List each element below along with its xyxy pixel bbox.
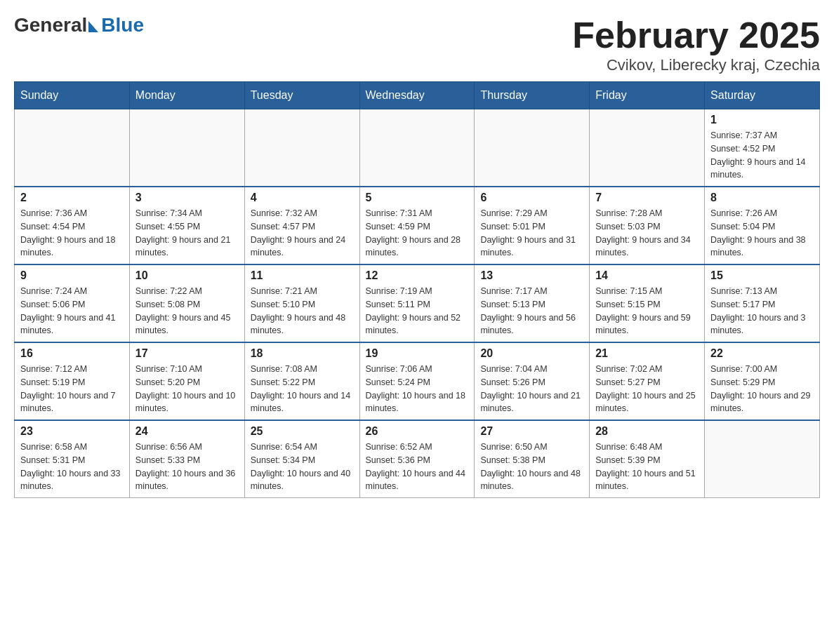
calendar-cell <box>129 109 244 187</box>
day-info: Sunrise: 6:50 AMSunset: 5:38 PMDaylight:… <box>480 441 583 493</box>
logo-triangle-icon <box>88 21 98 32</box>
calendar-cell: 10Sunrise: 7:22 AMSunset: 5:08 PMDayligh… <box>129 264 244 342</box>
weekday-header-sunday: Sunday <box>15 82 130 109</box>
day-info: Sunrise: 7:02 AMSunset: 5:27 PMDaylight:… <box>595 363 699 415</box>
calendar-cell <box>359 109 475 187</box>
day-info: Sunrise: 7:06 AMSunset: 5:24 PMDaylight:… <box>366 363 469 415</box>
day-info: Sunrise: 7:08 AMSunset: 5:22 PMDaylight:… <box>251 363 354 415</box>
calendar-cell: 22Sunrise: 7:00 AMSunset: 5:29 PMDayligh… <box>705 342 820 420</box>
day-info: Sunrise: 7:24 AMSunset: 5:06 PMDaylight:… <box>20 285 124 337</box>
day-number: 23 <box>20 425 124 438</box>
calendar-cell: 9Sunrise: 7:24 AMSunset: 5:06 PMDaylight… <box>15 264 130 342</box>
weekday-header-wednesday: Wednesday <box>359 82 475 109</box>
weekday-header-thursday: Thursday <box>475 82 590 109</box>
calendar-cell: 11Sunrise: 7:21 AMSunset: 5:10 PMDayligh… <box>244 264 359 342</box>
day-info: Sunrise: 7:22 AMSunset: 5:08 PMDaylight:… <box>135 285 239 337</box>
day-info: Sunrise: 7:31 AMSunset: 4:59 PMDaylight:… <box>366 207 469 260</box>
day-info: Sunrise: 6:58 AMSunset: 5:31 PMDaylight:… <box>20 441 124 493</box>
calendar-cell: 14Sunrise: 7:15 AMSunset: 5:15 PMDayligh… <box>590 264 705 342</box>
calendar-cell <box>244 109 359 187</box>
week-row-1: 1Sunrise: 7:37 AMSunset: 4:52 PMDaylight… <box>15 109 820 187</box>
day-info: Sunrise: 6:48 AMSunset: 5:39 PMDaylight:… <box>595 441 699 493</box>
calendar-cell: 13Sunrise: 7:17 AMSunset: 5:13 PMDayligh… <box>475 264 590 342</box>
day-info: Sunrise: 7:19 AMSunset: 5:11 PMDaylight:… <box>366 285 469 337</box>
calendar-cell: 3Sunrise: 7:34 AMSunset: 4:55 PMDaylight… <box>129 187 244 264</box>
day-info: Sunrise: 7:12 AMSunset: 5:19 PMDaylight:… <box>20 363 124 415</box>
calendar-cell: 26Sunrise: 6:52 AMSunset: 5:36 PMDayligh… <box>359 420 475 498</box>
weekday-header-saturday: Saturday <box>705 82 820 109</box>
day-number: 25 <box>251 425 354 438</box>
week-row-3: 9Sunrise: 7:24 AMSunset: 5:06 PMDaylight… <box>15 264 820 342</box>
logo-blue-text: Blue <box>101 14 144 36</box>
day-info: Sunrise: 7:00 AMSunset: 5:29 PMDaylight:… <box>710 363 814 415</box>
calendar-cell <box>705 420 820 498</box>
day-number: 22 <box>710 347 814 360</box>
day-info: Sunrise: 7:29 AMSunset: 5:01 PMDaylight:… <box>480 207 583 260</box>
day-number: 4 <box>251 192 354 204</box>
week-row-5: 23Sunrise: 6:58 AMSunset: 5:31 PMDayligh… <box>15 420 820 498</box>
weekday-header-friday: Friday <box>590 82 705 109</box>
weekday-header-monday: Monday <box>129 82 244 109</box>
title-area: February 2025 Cvikov, Liberecky kraj, Cz… <box>572 14 820 74</box>
day-info: Sunrise: 7:21 AMSunset: 5:10 PMDaylight:… <box>251 285 354 337</box>
day-number: 26 <box>366 425 469 438</box>
calendar-cell: 1Sunrise: 7:37 AMSunset: 4:52 PMDaylight… <box>705 109 820 187</box>
day-number: 13 <box>480 269 583 282</box>
calendar-cell: 4Sunrise: 7:32 AMSunset: 4:57 PMDaylight… <box>244 187 359 264</box>
month-title: February 2025 <box>572 14 820 56</box>
day-number: 12 <box>366 269 469 282</box>
day-info: Sunrise: 7:15 AMSunset: 5:15 PMDaylight:… <box>595 285 699 337</box>
calendar-cell: 16Sunrise: 7:12 AMSunset: 5:19 PMDayligh… <box>15 342 130 420</box>
calendar-cell: 6Sunrise: 7:29 AMSunset: 5:01 PMDaylight… <box>475 187 590 264</box>
day-info: Sunrise: 6:56 AMSunset: 5:33 PMDaylight:… <box>135 441 239 493</box>
day-info: Sunrise: 7:37 AMSunset: 4:52 PMDaylight:… <box>710 129 814 182</box>
day-info: Sunrise: 7:17 AMSunset: 5:13 PMDaylight:… <box>480 285 583 337</box>
day-number: 17 <box>135 347 239 360</box>
logo: General Blue <box>14 14 144 36</box>
calendar-table: SundayMondayTuesdayWednesdayThursdayFrid… <box>14 81 820 498</box>
weekday-header-row: SundayMondayTuesdayWednesdayThursdayFrid… <box>15 82 820 109</box>
day-info: Sunrise: 7:28 AMSunset: 5:03 PMDaylight:… <box>595 207 699 260</box>
calendar-cell: 17Sunrise: 7:10 AMSunset: 5:20 PMDayligh… <box>129 342 244 420</box>
calendar-cell: 24Sunrise: 6:56 AMSunset: 5:33 PMDayligh… <box>129 420 244 498</box>
calendar-cell: 8Sunrise: 7:26 AMSunset: 5:04 PMDaylight… <box>705 187 820 264</box>
calendar-cell <box>15 109 130 187</box>
week-row-2: 2Sunrise: 7:36 AMSunset: 4:54 PMDaylight… <box>15 187 820 264</box>
weekday-header-tuesday: Tuesday <box>244 82 359 109</box>
calendar-cell <box>475 109 590 187</box>
calendar-cell: 7Sunrise: 7:28 AMSunset: 5:03 PMDaylight… <box>590 187 705 264</box>
day-info: Sunrise: 6:52 AMSunset: 5:36 PMDaylight:… <box>366 441 469 493</box>
day-number: 6 <box>480 192 583 204</box>
day-info: Sunrise: 7:04 AMSunset: 5:26 PMDaylight:… <box>480 363 583 415</box>
day-number: 21 <box>595 347 699 360</box>
calendar-cell: 15Sunrise: 7:13 AMSunset: 5:17 PMDayligh… <box>705 264 820 342</box>
calendar-cell: 5Sunrise: 7:31 AMSunset: 4:59 PMDaylight… <box>359 187 475 264</box>
header: General Blue February 2025 Cvikov, Liber… <box>14 14 820 74</box>
day-number: 3 <box>135 192 239 204</box>
day-number: 18 <box>251 347 354 360</box>
calendar-cell <box>590 109 705 187</box>
day-number: 11 <box>251 269 354 282</box>
day-info: Sunrise: 7:26 AMSunset: 5:04 PMDaylight:… <box>710 207 814 260</box>
calendar-cell: 20Sunrise: 7:04 AMSunset: 5:26 PMDayligh… <box>475 342 590 420</box>
calendar-cell: 25Sunrise: 6:54 AMSunset: 5:34 PMDayligh… <box>244 420 359 498</box>
calendar-cell: 27Sunrise: 6:50 AMSunset: 5:38 PMDayligh… <box>475 420 590 498</box>
logo-general-text: General <box>14 14 87 36</box>
day-info: Sunrise: 7:10 AMSunset: 5:20 PMDaylight:… <box>135 363 239 415</box>
calendar-cell: 18Sunrise: 7:08 AMSunset: 5:22 PMDayligh… <box>244 342 359 420</box>
day-info: Sunrise: 7:32 AMSunset: 4:57 PMDaylight:… <box>251 207 354 260</box>
day-number: 15 <box>710 269 814 282</box>
day-number: 24 <box>135 425 239 438</box>
calendar-cell: 28Sunrise: 6:48 AMSunset: 5:39 PMDayligh… <box>590 420 705 498</box>
location-title: Cvikov, Liberecky kraj, Czechia <box>572 56 820 74</box>
day-number: 9 <box>20 269 124 282</box>
day-info: Sunrise: 7:36 AMSunset: 4:54 PMDaylight:… <box>20 207 124 260</box>
day-number: 2 <box>20 192 124 204</box>
calendar-cell: 2Sunrise: 7:36 AMSunset: 4:54 PMDaylight… <box>15 187 130 264</box>
day-number: 20 <box>480 347 583 360</box>
calendar-cell: 12Sunrise: 7:19 AMSunset: 5:11 PMDayligh… <box>359 264 475 342</box>
day-number: 19 <box>366 347 469 360</box>
day-number: 16 <box>20 347 124 360</box>
day-info: Sunrise: 6:54 AMSunset: 5:34 PMDaylight:… <box>251 441 354 493</box>
day-info: Sunrise: 7:13 AMSunset: 5:17 PMDaylight:… <box>710 285 814 337</box>
